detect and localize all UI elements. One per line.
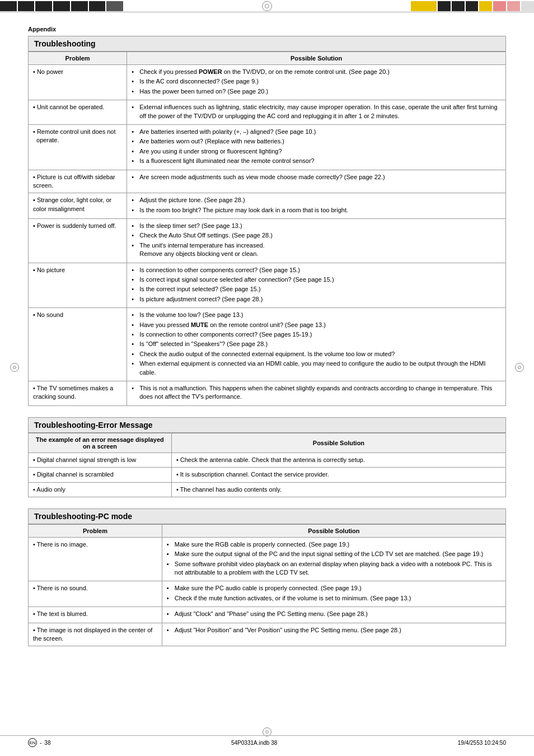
header-bar-seg [89, 1, 106, 11]
table-row: • Digital channel is scrambled • It is s… [29, 468, 506, 482]
solution-cell: •Is connection to other components corre… [127, 263, 506, 308]
problem-cell: • Picture is cut off/with sidebar screen… [29, 170, 127, 193]
troubleshooting-error-title: Troubleshooting-Error Message [28, 417, 506, 433]
pc-solution-cell: •Make sure the PC audio cable is properl… [162, 581, 505, 607]
pc-problem-col-header: Problem [29, 524, 162, 537]
troubleshooting-section: Troubleshooting Problem Possible Solutio… [28, 36, 506, 406]
header-bar-seg [0, 1, 17, 11]
problem-cell: • Remote control unit does not operate. [29, 124, 127, 170]
header-bar-seg [53, 1, 70, 11]
header-bar-seg-pink [507, 1, 520, 11]
error-solution-col-header: Possible Solution [171, 433, 505, 452]
header-bar-seg-yellow [479, 1, 492, 11]
solution-no-sound: •Is the volume too low? (See page 13.) •… [127, 308, 506, 381]
troubleshooting-pc-table: Problem Possible Solution • There is no … [28, 524, 506, 647]
troubleshooting-error-table: The example of an error message displaye… [28, 433, 506, 497]
problem-cell: • Strange color, light color, or color m… [29, 193, 127, 219]
header-bar-seg [438, 1, 451, 11]
problem-cell: • The TV sometimes makes a cracking soun… [29, 381, 127, 405]
problem-cell: • Unit cannot be operated. [29, 100, 127, 125]
pc-solution-cell: •Adjust "Clock" and "Phase" using the PC… [162, 607, 505, 623]
pc-solution-cell: •Make sure the RGB cable is properly con… [162, 537, 505, 581]
left-margin-circle [10, 363, 19, 372]
header-bar-seg [35, 1, 52, 11]
solution-cell: •External influences such as lightning, … [127, 100, 506, 125]
error-problem-cell: • Digital channel signal strength is low [29, 452, 172, 467]
table-row: • Power is suddenly turned off. •Is the … [29, 219, 506, 263]
pc-problem-cell: • The image is not displayed in the cent… [29, 623, 162, 646]
solution-cell: •Check if you pressed POWER on the TV/DV… [127, 65, 506, 100]
header-bar-seg-pink [493, 1, 506, 11]
table-row: • Picture is cut off/with sidebar screen… [29, 170, 506, 193]
troubleshooting-pc-title: Troubleshooting-PC mode [28, 508, 506, 524]
table-row: • The TV sometimes makes a cracking soun… [29, 381, 506, 405]
problem-cell: • No picture [29, 263, 127, 308]
appendix-label: Appendix [28, 26, 506, 32]
center-decoration-top [262, 1, 272, 11]
table-row: • Digital channel signal strength is low… [29, 452, 506, 467]
page-footer: EN - 38 54P0331A.indb 38 19/4/2553 10:24… [0, 735, 534, 749]
pc-solution-cell: •Adjust "Hor Position" and "Ver Position… [162, 623, 505, 646]
header-bar-seg [466, 1, 479, 11]
solution-cell: •Are batteries inserted with polarity (+… [127, 124, 506, 170]
error-problem-cell: • Digital channel is scrambled [29, 468, 172, 482]
error-problem-col-header: The example of an error message displaye… [29, 433, 172, 452]
header-bar-seg [71, 1, 88, 11]
solution-cell: •Are screen mode adjustments such as vie… [127, 170, 506, 193]
problem-no-sound: • No sound [29, 308, 127, 381]
error-solution-cell: • It is subscription channel. Contact th… [171, 468, 505, 482]
en-circle: EN [28, 738, 37, 747]
error-solution-cell: • The channel has audio contents only. [171, 482, 505, 497]
table-row: • There is no sound. •Make sure the PC a… [29, 581, 506, 607]
footer-file: 54P0331A.indb 38 [231, 740, 277, 746]
problem-cell: • Power is suddenly turned off. [29, 219, 127, 263]
pc-solution-col-header: Possible Solution [162, 524, 505, 537]
footer-dash: - [40, 740, 41, 746]
table-row: • Unit cannot be operated. •External inf… [29, 100, 506, 125]
table-row: • The text is blurred. •Adjust "Clock" a… [29, 607, 506, 623]
troubleshooting-error-section: Troubleshooting-Error Message The exampl… [28, 417, 506, 497]
troubleshooting-pc-section: Troubleshooting-PC mode Problem Possible… [28, 508, 506, 647]
solution-cell: •Is the sleep timer set? (See page 13.) … [127, 219, 506, 263]
pc-problem-cell: • The text is blurred. [29, 607, 162, 623]
header-bar-seg [452, 1, 465, 11]
troubleshooting-title: Troubleshooting [28, 36, 506, 52]
table-row: • Audio only • The channel has audio con… [29, 482, 506, 497]
footer-left: EN - 38 [28, 738, 50, 747]
table-row: • No sound •Is the volume too low? (See … [29, 308, 506, 381]
header-bar-seg [18, 1, 35, 11]
table-row: • No power •Check if you pressed POWER o… [29, 65, 506, 100]
table-row: • The image is not displayed in the cent… [29, 623, 506, 646]
header-bar-seg-light [521, 1, 534, 11]
problem-col-header: Problem [29, 52, 127, 65]
solution-col-header: Possible Solution [127, 52, 506, 65]
error-problem-cell: • Audio only [29, 482, 172, 497]
table-row: • No picture •Is connection to other com… [29, 263, 506, 308]
error-solution-cell: • Check the antenna cable. Check that th… [171, 452, 505, 467]
right-margin-circle [515, 363, 524, 372]
page-number: 38 [44, 740, 50, 746]
header-bar-seg-yellow [411, 1, 437, 11]
pc-problem-cell: • There is no sound. [29, 581, 162, 607]
troubleshooting-table: Problem Possible Solution • No power •Ch… [28, 52, 506, 406]
solution-cell: •This is not a malfunction. This happens… [127, 381, 506, 405]
table-row: • Strange color, light color, or color m… [29, 193, 506, 219]
pc-problem-cell: • There is no image. [29, 537, 162, 581]
table-row: • There is no image. •Make sure the RGB … [29, 537, 506, 581]
table-row: • Remote control unit does not operate. … [29, 124, 506, 170]
problem-cell: • No power [29, 65, 127, 100]
header-bar-seg [106, 1, 123, 11]
footer-date: 19/4/2553 10:24:50 [458, 740, 506, 746]
solution-cell: •Adjust the picture tone. (See page 28.)… [127, 193, 506, 219]
